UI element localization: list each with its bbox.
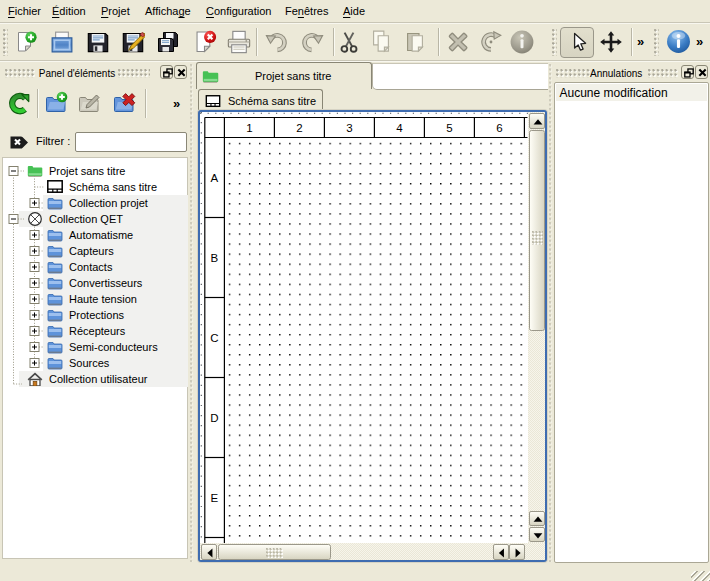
svg-text:B: B [210,252,218,264]
svg-text:2: 2 [296,122,302,134]
svg-text:A: A [210,172,218,184]
svg-text:E: E [210,492,218,504]
svg-text:C: C [210,332,218,344]
svg-text:D: D [210,412,218,424]
svg-text:3: 3 [346,122,352,134]
svg-text:6: 6 [496,122,502,134]
svg-text:4: 4 [396,122,403,134]
svg-text:1: 1 [246,122,252,134]
svg-text:5: 5 [446,122,452,134]
